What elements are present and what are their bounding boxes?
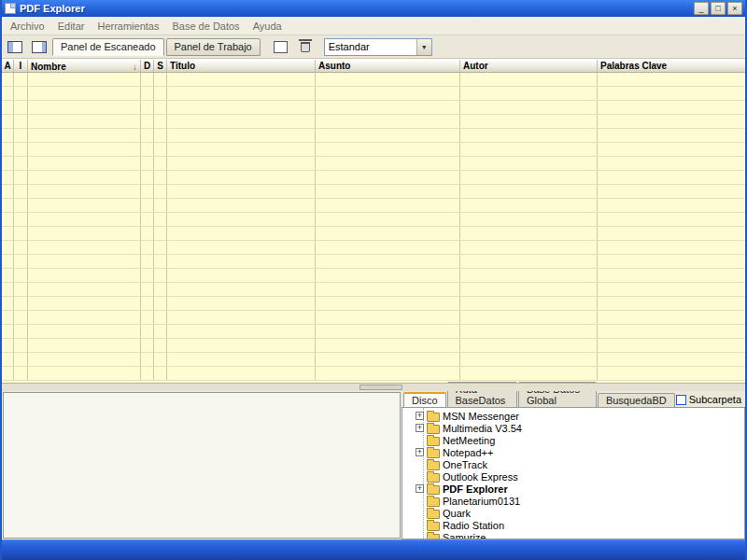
thumbnails-button[interactable] (270, 37, 292, 57)
table-row[interactable] (2, 255, 745, 269)
table-cell (14, 115, 28, 128)
folder-icon (427, 534, 440, 540)
table-cell (14, 241, 28, 254)
column-header-asunto[interactable]: Asunto (316, 60, 460, 72)
table-row[interactable] (2, 213, 745, 227)
view-style-select[interactable]: Estandar ▼ (324, 38, 432, 56)
expand-icon[interactable]: + (416, 484, 424, 493)
table-cell (28, 171, 141, 184)
expand-icon[interactable]: + (416, 424, 424, 432)
table-row[interactable] (2, 297, 745, 311)
scan-panel-button[interactable] (4, 37, 26, 57)
folder-icon (427, 522, 440, 531)
chevron-down-icon[interactable]: ▼ (416, 39, 431, 55)
work-panel-button[interactable] (28, 37, 50, 57)
menu-ayuda[interactable]: Ayuda (247, 19, 289, 34)
table-row[interactable] (2, 129, 745, 143)
close-button[interactable]: × (727, 2, 742, 15)
column-header-autor[interactable]: Autor (460, 60, 598, 72)
tree-item[interactable]: +Radio Station (416, 519, 744, 531)
table-row[interactable] (2, 241, 745, 255)
menu-herramientas[interactable]: Herramientas (91, 19, 165, 34)
table-cell (28, 87, 141, 100)
table-cell (14, 269, 28, 282)
tree-item[interactable]: +MSN Messenger (416, 410, 744, 422)
menu-editar[interactable]: Editar (51, 19, 92, 34)
table-row[interactable] (2, 311, 745, 325)
table-row[interactable] (2, 143, 745, 157)
table-cell (598, 325, 745, 338)
table-row[interactable] (2, 185, 745, 199)
tree-item[interactable]: +Samurize (416, 531, 744, 539)
table-row[interactable] (2, 73, 745, 87)
table-row[interactable] (2, 269, 745, 283)
table-cell (167, 73, 316, 86)
horizontal-splitter[interactable] (2, 383, 745, 391)
column-header-s[interactable]: S (154, 60, 167, 72)
table-cell (141, 227, 154, 240)
tree-item[interactable]: +Outlook Express (416, 470, 744, 483)
table-cell (316, 297, 460, 310)
maximize-button[interactable]: □ (711, 2, 726, 15)
expand-icon[interactable]: + (416, 448, 424, 456)
table-row[interactable] (2, 325, 745, 339)
table-cell (154, 353, 167, 366)
tree-item[interactable]: +OneTrack (416, 458, 744, 470)
expand-icon[interactable]: + (416, 412, 424, 420)
column-header-palabras-clave[interactable]: Palabras Clave (598, 60, 745, 72)
table-cell (28, 269, 141, 282)
table-cell (598, 367, 745, 380)
thumbnails-icon (274, 41, 288, 53)
table-row[interactable] (2, 157, 745, 171)
column-header-titulo[interactable]: Titulo (167, 60, 316, 72)
table-cell (167, 367, 316, 380)
column-header-i[interactable]: I (14, 60, 28, 72)
table-body[interactable] (2, 73, 745, 383)
table-row[interactable] (2, 199, 745, 213)
table-cell (14, 283, 28, 296)
subcarpeta-checkbox[interactable] (676, 395, 686, 405)
table-row[interactable] (2, 367, 745, 381)
table-row[interactable] (2, 227, 745, 241)
table-cell (167, 353, 316, 366)
table-cell (316, 213, 460, 226)
column-header-nombre[interactable]: Nombre ↓ (28, 60, 141, 72)
table-row[interactable] (2, 353, 745, 367)
tree-item[interactable]: +Multimedia V3.54 (416, 422, 744, 434)
tree-item[interactable]: +PDF Explorer (416, 483, 744, 495)
table-cell (28, 283, 141, 296)
table-row[interactable] (2, 101, 745, 115)
tab-panel-trabajo[interactable]: Panel de Trabajo (166, 38, 261, 56)
table-row[interactable] (2, 283, 745, 297)
tree-item[interactable]: +Planetarium0131 (416, 495, 744, 507)
table-cell (460, 353, 598, 366)
menu-archivo[interactable]: Archivo (4, 19, 51, 34)
table-cell (28, 157, 141, 170)
tree-item[interactable]: +Notepad++ (416, 446, 744, 458)
table-cell (316, 87, 460, 100)
tab-disco[interactable]: Disco (403, 392, 446, 408)
tree-item-label: PDF Explorer (443, 483, 508, 495)
folder-tree[interactable]: +MSN Messenger+Multimedia V3.54+NetMeeti… (402, 407, 745, 539)
tree-item[interactable]: +NetMeeting (416, 434, 744, 446)
table-cell (598, 353, 745, 366)
delete-button[interactable] (294, 37, 317, 57)
tree-item[interactable]: +Quark (416, 507, 744, 519)
splitter-grip[interactable] (359, 385, 402, 390)
column-header-d[interactable]: D (141, 60, 154, 72)
column-header-a[interactable]: A (2, 60, 14, 72)
table-cell (28, 101, 141, 114)
table-cell (2, 73, 14, 86)
tab-busquedabd[interactable]: BusquedaBD (598, 393, 675, 407)
table-cell (28, 227, 141, 240)
view-style-value: Estandar (325, 41, 416, 52)
folder-icon (427, 449, 440, 458)
menu-base-de-datos[interactable]: Base de Datos (165, 19, 246, 34)
minimize-button[interactable]: _ (694, 2, 709, 15)
table-row[interactable] (2, 171, 745, 185)
table-row[interactable] (2, 339, 745, 353)
folder-icon (427, 510, 440, 519)
table-row[interactable] (2, 115, 745, 129)
tab-panel-escaneado[interactable]: Panel de Escaneado (52, 38, 164, 56)
table-row[interactable] (2, 87, 745, 101)
